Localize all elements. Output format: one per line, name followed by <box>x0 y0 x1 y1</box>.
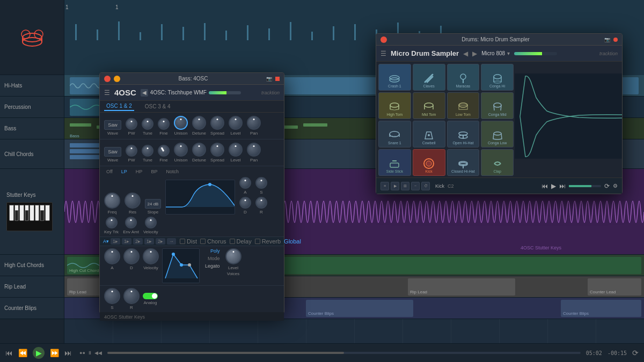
osc2-pan-knob[interactable] <box>247 143 261 157</box>
env-d-knob[interactable] <box>239 197 251 209</box>
reverb-effect[interactable]: Reverb <box>255 238 281 245</box>
adsr-velocity-knob[interactable] <box>143 248 159 264</box>
transport-fast-rewind-btn[interactable]: ⏪ <box>18 349 27 357</box>
adsr-d-handle[interactable] <box>188 263 191 267</box>
drum-pad-snare[interactable]: Snare 1 <box>378 121 411 147</box>
osc-tab-1[interactable]: OSC 1 & 2 <box>104 102 134 111</box>
osc1-level-knob[interactable] <box>229 116 243 130</box>
delay-checkbox[interactable] <box>230 239 235 244</box>
drum-tab-list[interactable]: ≡ <box>380 182 389 190</box>
adsr-a-knob[interactable] <box>104 248 120 264</box>
drum-tab-clock[interactable]: ⏱ <box>421 182 430 190</box>
drums-nav-right[interactable]: ▶ <box>472 50 477 57</box>
seq-6a[interactable]: → <box>167 238 176 245</box>
filter-tab-hp[interactable]: HP <box>134 168 145 175</box>
preset-prev-btn-4osc[interactable]: ◀ <box>141 89 148 97</box>
osc2-tune-knob[interactable] <box>142 145 153 157</box>
osc1-unison-knob[interactable] <box>174 116 188 130</box>
filter-tab-bp[interactable]: BP <box>149 168 159 175</box>
dist-checkbox[interactable] <box>180 239 185 244</box>
transport-rewind-btn[interactable]: ⏮ <box>5 349 13 357</box>
close-button-drums[interactable] <box>380 36 387 43</box>
drum-pad-crash1[interactable]: Crash 1 <box>378 64 411 91</box>
filter-tab-notch[interactable]: Notch <box>164 168 181 175</box>
close-button-4osc[interactable] <box>104 76 111 82</box>
drum-pad-claves[interactable]: Claves <box>413 64 445 91</box>
drums-preset-arrow[interactable]: ▾ <box>507 50 510 56</box>
osc2-fine-knob[interactable] <box>158 145 170 157</box>
reverb-checkbox[interactable] <box>255 239 260 244</box>
adsr-d-knob[interactable] <box>123 248 140 264</box>
transport-scrollbar[interactable] <box>107 352 581 354</box>
key-trk-knob[interactable] <box>106 217 118 228</box>
transport-loop-btn[interactable]: ⟳ <box>632 349 639 357</box>
drums-play-btn[interactable]: ▶ <box>551 182 556 190</box>
drum-pad-clap[interactable]: Clap <box>481 149 514 176</box>
drum-pad-kick[interactable]: Kick <box>413 149 445 176</box>
dist-effect[interactable]: Dist <box>180 238 197 245</box>
osc1-spread-knob[interactable] <box>210 116 224 130</box>
env-a-knob[interactable] <box>239 177 251 189</box>
filter-tab-lp[interactable]: LP <box>119 168 129 175</box>
drum-pad-congahi[interactable]: Conga Hi <box>481 64 514 91</box>
delay-effect[interactable]: Delay <box>230 238 252 245</box>
env-s-knob[interactable] <box>255 177 267 189</box>
env-r-knob[interactable] <box>255 197 267 209</box>
drum-pad-congamid[interactable]: Conga Mid <box>481 92 514 119</box>
drums-nav-left[interactable]: ◀ <box>463 50 468 57</box>
osc1-pw-knob[interactable] <box>126 118 137 130</box>
seq-4a[interactable]: 1▸ <box>144 238 154 245</box>
drum-pad-sidestick[interactable]: Side Stick <box>378 149 411 176</box>
transport-play-btn[interactable]: ▶ <box>33 347 45 359</box>
adsr-s-knob[interactable] <box>104 288 120 304</box>
drums-volume-slider[interactable] <box>569 185 601 187</box>
adsr-a-handle[interactable] <box>172 253 175 256</box>
drum-pad-openhihat[interactable]: Open Hi-Hat <box>447 121 480 147</box>
drum-pad-closedhihat[interactable]: Closed Hi-Hat <box>447 149 480 176</box>
osc1-detune-knob[interactable] <box>192 116 206 130</box>
seq-2a[interactable]: 1▸ <box>122 238 131 245</box>
drums-settings-btn[interactable]: ⚙ <box>613 183 618 189</box>
seq-1a[interactable]: 1▸ <box>111 238 120 245</box>
osc-tab-2[interactable]: OSC 3 & 4 <box>143 102 173 110</box>
drum-tab-grid[interactable]: ⊞ <box>401 182 409 190</box>
drum-pad-maracas[interactable]: Maracas <box>447 64 480 91</box>
osc2-unison-knob[interactable] <box>174 143 188 157</box>
drum-pad-lowtom[interactable]: Low Tom <box>447 92 480 119</box>
osc1-wave-selector[interactable]: Saw <box>104 120 121 130</box>
drum-tab-play[interactable]: ▶ <box>391 182 399 190</box>
global-btn[interactable]: Global <box>284 238 301 245</box>
analog-toggle[interactable] <box>143 293 158 299</box>
env-amt-knob[interactable] <box>125 217 137 228</box>
poly-mode-label[interactable]: Poly <box>205 248 220 254</box>
level-main-knob[interactable] <box>225 248 241 264</box>
drum-tab-wave[interactable]: ~ <box>411 182 420 190</box>
osc2-spread-knob[interactable] <box>210 143 224 157</box>
drum-pad-midtom[interactable]: Mid Tom <box>413 92 445 119</box>
osc2-level-knob[interactable] <box>229 143 243 157</box>
drums-forward-btn[interactable]: ⏭ <box>559 182 566 190</box>
legato-label[interactable]: Legato <box>205 263 220 269</box>
filter-res-knob[interactable] <box>125 193 141 209</box>
filter-freq-knob[interactable] <box>104 193 120 209</box>
drums-rewind-btn[interactable]: ⏮ <box>541 182 548 190</box>
transport-forward-btn[interactable]: ⏭ <box>64 349 72 357</box>
seq-3a[interactable]: 2▸ <box>133 238 143 245</box>
chorus-effect[interactable]: Chorus <box>200 238 226 245</box>
filter-handle[interactable] <box>208 183 211 186</box>
osc2-wave-selector[interactable]: Saw <box>104 147 121 157</box>
adsr-r-knob[interactable] <box>123 288 140 304</box>
osc1-tune-knob[interactable] <box>142 118 153 130</box>
transport-fast-forward-btn[interactable]: ⏩ <box>50 349 59 357</box>
filter-tab-off[interactable]: Off <box>104 168 115 175</box>
osc2-pw-knob[interactable] <box>126 145 137 157</box>
chorus-checkbox[interactable] <box>200 239 206 244</box>
adsr-s-handle[interactable] <box>180 263 183 267</box>
drums-loop-btn[interactable]: ⟳ <box>604 182 610 190</box>
osc1-pan-knob[interactable] <box>247 116 261 130</box>
drum-pad-cowbell[interactable]: Cowbell <box>413 121 445 147</box>
seq-5a[interactable]: 2▸ <box>156 238 165 245</box>
drum-pad-hightom[interactable]: High Tom <box>378 92 411 119</box>
osc2-detune-knob[interactable] <box>192 143 206 157</box>
velocity-knob[interactable] <box>145 217 157 228</box>
